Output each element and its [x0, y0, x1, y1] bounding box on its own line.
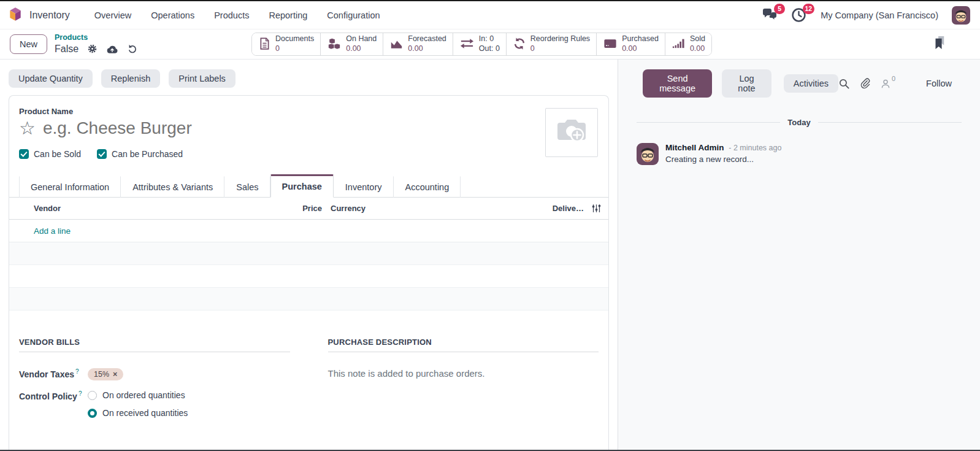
- transfer-arrows-icon: [459, 37, 475, 52]
- followers-icon[interactable]: 0: [880, 78, 895, 90]
- purchase-description-title: PURCHASE DESCRIPTION: [328, 337, 599, 352]
- refresh-icon: [513, 37, 526, 52]
- optional-columns-icon[interactable]: [584, 203, 608, 214]
- update-quantity-button[interactable]: Update Quantity: [9, 69, 93, 88]
- form-sheet: Product Name ☆ Can be Sold Can be Purcha…: [9, 95, 609, 450]
- print-labels-button[interactable]: Print Labels: [169, 69, 235, 88]
- menu-reporting[interactable]: Reporting: [261, 7, 315, 24]
- form-pane: Update Quantity Replenish Print Labels P…: [0, 60, 618, 450]
- table-row: [9, 288, 608, 310]
- can-be-purchased-checkbox[interactable]: Can be Purchased: [97, 149, 183, 159]
- table-row: [9, 242, 608, 265]
- cubes-icon: [327, 37, 342, 52]
- new-button[interactable]: New: [10, 34, 47, 54]
- gear-icon[interactable]: [87, 44, 98, 54]
- tab-purchase[interactable]: Purchase: [270, 174, 334, 198]
- radio-on-received[interactable]: On received quantities: [88, 408, 188, 418]
- date-divider-label: Today: [787, 118, 810, 127]
- top-navbar: Inventory Overview Operations Products R…: [0, 1, 980, 29]
- control-panel: New Products False: [0, 29, 980, 60]
- vendor-taxes-label: Vendor Taxes?: [19, 368, 88, 379]
- vendor-table-header: Vendor Price Currency Delive…: [9, 198, 608, 220]
- tab-general-information[interactable]: General Information: [19, 176, 121, 198]
- product-image-upload[interactable]: [545, 108, 598, 157]
- menu-products[interactable]: Products: [207, 7, 256, 24]
- breadcrumb: Products False: [55, 33, 137, 55]
- radio-unchecked-icon: [88, 391, 97, 400]
- follow-button[interactable]: Follow: [926, 79, 952, 88]
- cloud-save-icon[interactable]: [106, 44, 118, 54]
- followers-count: 0: [892, 75, 895, 82]
- message-timestamp: - 2 minutes ago: [729, 144, 781, 152]
- log-note-button[interactable]: Log note: [722, 69, 771, 98]
- activities-button[interactable]: Activities: [784, 74, 838, 93]
- attachments-paperclip-icon[interactable]: [859, 77, 871, 90]
- vendor-bills-section: VENDOR BILLS Vendor Taxes? 15% ×: [19, 337, 290, 428]
- help-question-icon[interactable]: ?: [78, 390, 82, 397]
- inventory-cube-icon: [7, 6, 23, 25]
- radio-checked-icon: [88, 409, 97, 418]
- tab-inventory[interactable]: Inventory: [334, 176, 394, 198]
- stat-button-documents[interactable]: Documents 0: [252, 33, 321, 55]
- product-name-label: Product Name: [19, 107, 599, 116]
- stat-button-in-out[interactable]: In: 0 Out: 0: [453, 33, 507, 55]
- menu-configuration[interactable]: Configuration: [320, 7, 387, 24]
- product-name-input[interactable]: [43, 118, 411, 138]
- stat-button-on-hand[interactable]: On Hand 0.00: [321, 33, 383, 55]
- stat-button-group: Documents 0 On Hand 0.00: [251, 33, 712, 56]
- date-divider: Today: [637, 118, 962, 127]
- message-body: Creating a new record...: [665, 155, 781, 164]
- company-switcher[interactable]: My Company (San Francisco): [821, 10, 938, 20]
- radio-on-ordered[interactable]: On ordered quantities: [88, 390, 188, 400]
- remove-tag-icon[interactable]: ×: [113, 370, 117, 379]
- chatter-toolbar: Send message Log note Activities: [618, 60, 980, 98]
- purchase-description-input[interactable]: This note is added to purchase orders.: [328, 368, 599, 379]
- form-action-row: Update Quantity Replenish Print Labels: [0, 60, 618, 95]
- checkbox-checked-icon: [19, 149, 29, 159]
- app-window: Inventory Overview Operations Products R…: [0, 0, 980, 451]
- tab-sales[interactable]: Sales: [224, 176, 270, 198]
- table-row: [9, 265, 608, 288]
- chatter-pane: Send message Log note Activities: [618, 60, 980, 450]
- systray: 5 12 My Company (San Francisco): [762, 6, 970, 25]
- main-menu: Overview Operations Products Reporting C…: [87, 7, 388, 24]
- message-author-avatar[interactable]: [637, 143, 659, 165]
- favorite-star-icon[interactable]: ☆: [19, 119, 36, 137]
- column-delivery: Delive…: [535, 204, 584, 213]
- message-author[interactable]: Mitchell Admin: [665, 143, 724, 152]
- app-name: Inventory: [29, 10, 70, 21]
- tab-accounting[interactable]: Accounting: [394, 176, 461, 198]
- control-policy-label: Control Policy?: [19, 390, 88, 401]
- vendor-tax-tag[interactable]: 15% ×: [88, 368, 123, 380]
- app-switcher[interactable]: Inventory: [7, 6, 70, 25]
- bar-chart-icon: [672, 37, 686, 52]
- credit-card-icon: [603, 37, 618, 52]
- messages-icon[interactable]: 5: [762, 7, 778, 23]
- activities-badge: 12: [803, 4, 815, 14]
- chatter-message: Mitchell Admin - 2 minutes ago Creating …: [637, 143, 962, 165]
- send-message-button[interactable]: Send message: [643, 69, 712, 98]
- user-avatar[interactable]: [952, 6, 970, 25]
- form-tabs: General Information Attributes & Variant…: [9, 174, 608, 198]
- control-policy-options: On ordered quantities On received quanti…: [88, 390, 188, 418]
- add-a-line-link[interactable]: Add a line: [34, 226, 71, 236]
- column-currency: Currency: [331, 204, 423, 213]
- search-messages-icon[interactable]: [838, 78, 850, 90]
- breadcrumb-products-link[interactable]: Products: [55, 33, 137, 43]
- menu-operations[interactable]: Operations: [144, 7, 202, 24]
- stat-button-purchased[interactable]: Purchased 0.00: [597, 33, 665, 55]
- stat-button-forecasted[interactable]: Forecasted 0.00: [383, 33, 453, 55]
- help-question-icon[interactable]: ?: [75, 368, 79, 375]
- stat-button-reordering-rules[interactable]: Reordering Rules 0: [507, 33, 597, 55]
- menu-overview[interactable]: Overview: [87, 7, 139, 24]
- purchase-description-section: PURCHASE DESCRIPTION This note is added …: [328, 337, 599, 428]
- vendor-bills-title: VENDOR BILLS: [19, 337, 290, 352]
- tab-attributes-variants[interactable]: Attributes & Variants: [121, 176, 224, 198]
- stat-button-sold[interactable]: Sold 0.00: [665, 33, 711, 55]
- replenish-button[interactable]: Replenish: [101, 69, 161, 88]
- bookmark-icon[interactable]: [932, 35, 946, 53]
- activities-clock-icon[interactable]: 12: [791, 7, 807, 23]
- add-line-row: Add a line: [9, 220, 608, 242]
- discard-undo-icon[interactable]: [127, 44, 137, 54]
- can-be-sold-checkbox[interactable]: Can be Sold: [19, 149, 81, 159]
